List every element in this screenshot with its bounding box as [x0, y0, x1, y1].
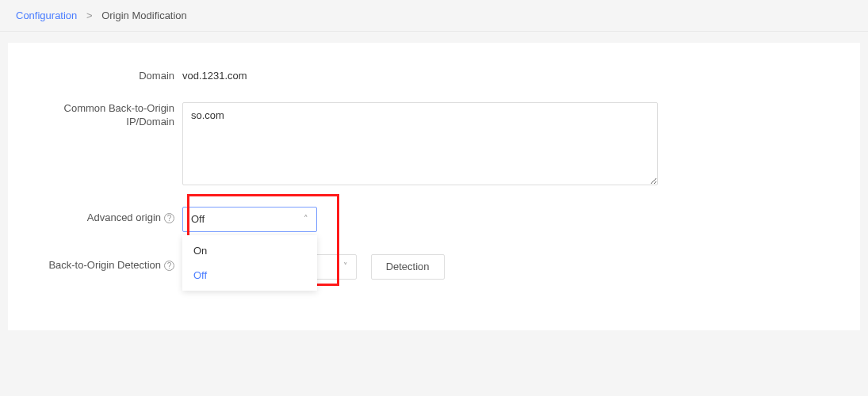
label-common-origin: Common Back-to-Origin IP/Domain	[24, 102, 182, 129]
chevron-up-icon: ˄	[304, 214, 308, 224]
breadcrumb-current: Origin Modification	[101, 10, 187, 21]
advanced-origin-select-value: Off	[191, 213, 205, 225]
common-origin-textarea[interactable]	[182, 102, 658, 185]
label-detection-text: Back-to-Origin Detection	[48, 259, 161, 271]
breadcrumb: Configuration > Origin Modification	[0, 0, 868, 32]
advanced-origin-select[interactable]: Off ˄	[182, 207, 317, 232]
dropdown-option-on[interactable]: On	[182, 238, 317, 263]
dropdown-option-off[interactable]: Off	[182, 263, 317, 287]
label-domain: Domain	[24, 65, 182, 83]
breadcrumb-separator: >	[86, 10, 93, 21]
help-icon[interactable]: ?	[164, 261, 174, 271]
row-detection: Back-to-Origin Detection? ˅ Detection	[24, 254, 844, 280]
advanced-origin-select-wrap: Off ˄ On Off	[182, 207, 317, 232]
breadcrumb-parent-link[interactable]: Configuration	[16, 10, 77, 21]
chevron-down-icon: ˅	[343, 261, 348, 272]
detection-button[interactable]: Detection	[371, 254, 445, 280]
label-detection: Back-to-Origin Detection?	[24, 254, 182, 272]
row-common-origin: Common Back-to-Origin IP/Domain	[24, 102, 844, 188]
value-domain: vod.1231.com	[182, 65, 844, 82]
label-advanced-origin-text: Advanced origin	[87, 211, 161, 223]
form-panel: Domain vod.1231.com Common Back-to-Origi…	[8, 43, 860, 330]
row-domain: Domain vod.1231.com	[24, 65, 844, 83]
help-icon[interactable]: ?	[164, 213, 174, 223]
advanced-origin-dropdown: On Off	[182, 235, 317, 291]
label-advanced-origin: Advanced origin?	[24, 207, 182, 225]
row-advanced-origin: Advanced origin? Off ˄ On Off	[24, 207, 844, 232]
